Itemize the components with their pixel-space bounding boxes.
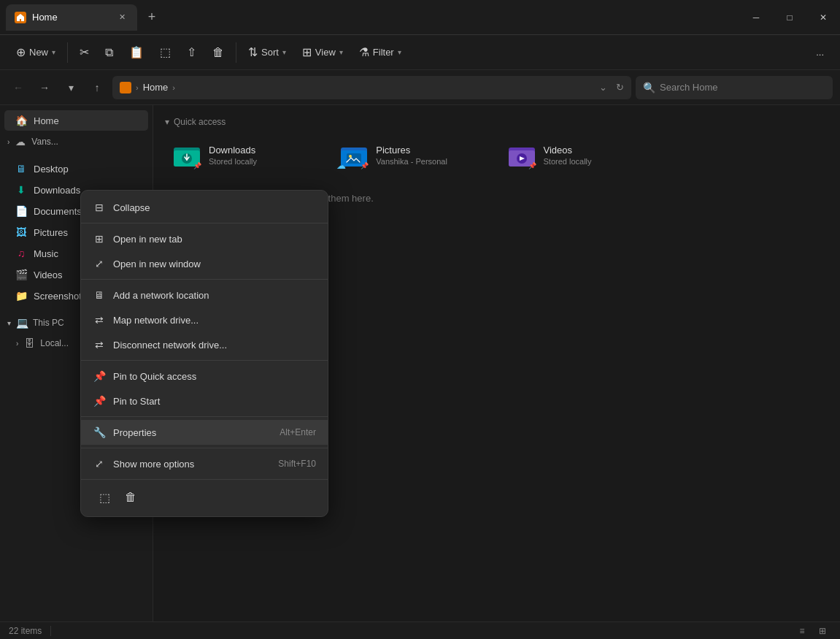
search-box[interactable]: 🔍 Search Home <box>636 76 833 99</box>
breadcrumb-home: Home <box>143 82 169 93</box>
ctx-add-network-label: Add a network location <box>113 290 209 301</box>
ctx-pin-quick-icon: 📌 <box>93 370 106 383</box>
new-icon: ⊕ <box>16 45 26 59</box>
ctx-disconnect-drive[interactable]: ⇄ Disconnect network drive... <box>81 332 328 357</box>
sidebar-item-downloads-label: Downloads <box>34 185 80 196</box>
sidebar-item-desktop[interactable]: 🖥 Desktop <box>4 158 148 179</box>
ctx-pin-start[interactable]: 📌 Pin to Start <box>81 389 328 413</box>
grid-view-button[interactable]: ⊞ <box>814 624 831 638</box>
ctx-bottom-rename-button[interactable]: ⬚ <box>93 486 116 509</box>
tab-close-button[interactable]: ✕ <box>115 11 128 24</box>
filter-chevron-icon: ▾ <box>398 48 401 56</box>
ctx-collapse-label: Collapse <box>113 202 150 213</box>
share-button[interactable]: ⇧ <box>180 42 204 63</box>
filter-button[interactable]: ⚗ Filter ▾ <box>352 42 409 63</box>
pictures-folder-icon-wrap: ☁ 📌 <box>339 140 369 169</box>
more-icon: ... <box>816 47 824 58</box>
ctx-show-more-shortcut: Shift+F10 <box>278 459 316 469</box>
ctx-show-more[interactable]: ⤢ Show more options Shift+F10 <box>81 451 328 476</box>
toolbar-separator-2 <box>236 42 236 63</box>
maximize-button[interactable]: □ <box>773 0 806 34</box>
refresh-button[interactable]: ↻ <box>616 82 624 93</box>
window-controls: ─ □ ✕ <box>739 0 840 34</box>
ctx-add-network[interactable]: 🖥 Add a network location <box>81 283 328 307</box>
paste-button[interactable]: 📋 <box>122 42 151 63</box>
ctx-map-drive[interactable]: ⇄ Map network drive... <box>81 307 328 332</box>
ctx-collapse[interactable]: ⊟ Collapse <box>81 195 328 220</box>
new-tab-button[interactable]: + <box>140 6 163 29</box>
more-button[interactable]: ... <box>809 43 831 61</box>
ctx-pin-quick[interactable]: 📌 Pin to Quick access <box>81 364 328 389</box>
cut-button[interactable]: ✂ <box>72 42 96 63</box>
folder-item-pictures[interactable]: ☁ 📌 Pictures Vanshika - Personal <box>332 134 493 175</box>
close-button[interactable]: ✕ <box>806 0 840 34</box>
ctx-open-new-tab[interactable]: ⊞ Open in new tab <box>81 226 328 251</box>
address-box[interactable]: › Home › ⌄ ↻ <box>112 76 631 99</box>
ctx-properties-shortcut: Alt+Enter <box>280 427 316 437</box>
ctx-open-new-window-icon: ⤢ <box>93 257 106 270</box>
ctx-show-more-label: Show more options <box>113 459 194 470</box>
ctx-properties-label: Properties <box>113 427 156 438</box>
screenshots-icon: 📁 <box>15 289 28 302</box>
delete-icon: 🗑 <box>212 46 224 59</box>
ctx-separator-4 <box>81 416 328 417</box>
filter-icon: ⚗ <box>359 45 369 59</box>
music-icon: ♫ <box>15 247 28 260</box>
home-tab[interactable]: Home ✕ <box>6 4 137 31</box>
quick-access-header: ▾ Quick access <box>165 117 828 127</box>
up-button[interactable]: ↑ <box>86 77 108 99</box>
quick-access-label: Quick access <box>174 117 226 127</box>
ctx-open-new-tab-icon: ⊞ <box>93 232 106 245</box>
view-button[interactable]: ⊞ View ▾ <box>295 42 350 63</box>
sidebar-item-pictures-label: Pictures <box>34 227 68 238</box>
ctx-properties[interactable]: 🔧 Properties Alt+Enter <box>81 420 328 445</box>
titlebar: Home ✕ + ─ □ ✕ <box>0 0 840 35</box>
view-chevron-icon: ▾ <box>339 48 343 56</box>
folder-item-videos[interactable]: 📌 Videos Stored locally <box>500 134 661 175</box>
ctx-separator-1 <box>81 223 328 223</box>
filter-label: Filter <box>373 47 394 58</box>
ctx-open-new-window[interactable]: ⤢ Open in new window <box>81 251 328 276</box>
statusbar: 22 items ≡ ⊞ <box>0 621 840 639</box>
ctx-map-drive-label: Map network drive... <box>113 315 199 326</box>
copy-button[interactable]: ⧉ <box>98 42 120 63</box>
videos-folder-name: Videos <box>544 145 592 156</box>
sort-chevron-icon: ▾ <box>282 48 286 56</box>
sidebar-item-home[interactable]: 🏠 Home <box>4 110 148 131</box>
pictures-folder-name: Pictures <box>376 145 447 156</box>
back-button[interactable]: ← <box>7 77 29 99</box>
cut-icon: ✂ <box>80 45 89 59</box>
svg-rect-5 <box>347 153 361 164</box>
sidebar-item-this-label: This PC <box>33 318 64 328</box>
address-dropdown-button[interactable]: ⌄ <box>599 82 607 93</box>
tab-area: Home ✕ + <box>6 0 739 34</box>
downloads-sidebar-icon: ⬇ <box>15 183 28 196</box>
rename-button[interactable]: ⬚ <box>153 42 178 63</box>
desktop-icon: 🖥 <box>15 162 28 175</box>
sort-label: Sort <box>261 47 279 58</box>
toolbar-separator-1 <box>67 42 68 63</box>
list-view-button[interactable]: ≡ <box>793 624 811 638</box>
ctx-collapse-icon: ⊟ <box>93 201 106 214</box>
downloads-folder-icon-wrap: 📌 <box>172 140 201 169</box>
view-icon: ⊞ <box>302 45 312 59</box>
sort-icon: ⇅ <box>248 45 258 59</box>
downloads-folder-sub: Stored locally <box>209 157 257 166</box>
minimize-button[interactable]: ─ <box>739 0 773 34</box>
videos-folder-sub: Stored locally <box>544 157 592 166</box>
folder-item-downloads[interactable]: 📌 Downloads Stored locally <box>165 134 326 175</box>
ctx-map-drive-icon: ⇄ <box>93 313 106 326</box>
downloads-folder-info: Downloads Stored locally <box>209 145 257 166</box>
ctx-open-new-tab-label: Open in new tab <box>113 234 182 245</box>
sidebar-item-music-label: Music <box>34 248 58 259</box>
delete-button[interactable]: 🗑 <box>205 42 231 63</box>
statusbar-separator <box>50 626 51 636</box>
recent-locations-button[interactable]: ▾ <box>60 77 82 99</box>
sort-button[interactable]: ⇅ Sort ▾ <box>241 42 293 63</box>
pictures-folder-sub: Vanshika - Personal <box>376 157 447 166</box>
forward-button[interactable]: → <box>34 77 55 99</box>
paste-icon: 📋 <box>129 45 144 59</box>
new-button[interactable]: ⊕ New ▾ <box>9 42 63 63</box>
ctx-bottom-delete-button[interactable]: 🗑 <box>119 486 142 509</box>
sidebar-vans-group[interactable]: › ☁ Vans... <box>0 131 153 152</box>
